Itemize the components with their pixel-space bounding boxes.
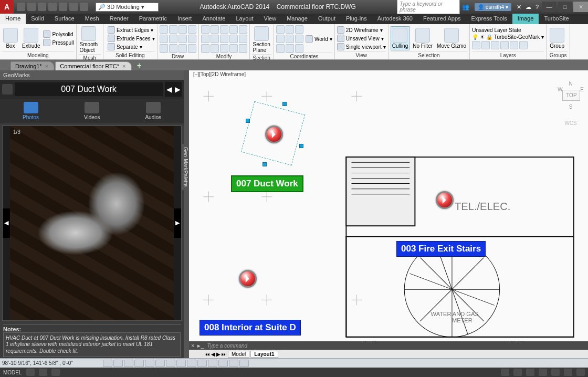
arc-icon[interactable] xyxy=(188,25,196,34)
grid-toggle[interactable] xyxy=(113,360,123,367)
fillet-icon[interactable] xyxy=(211,35,219,43)
no-filter-button[interactable]: No Filter xyxy=(412,27,434,50)
explode-icon[interactable] xyxy=(220,35,228,43)
line-icon[interactable] xyxy=(160,25,168,34)
world-ucs[interactable]: World ▾ xyxy=(306,35,332,43)
panel-label[interactable]: Modeling xyxy=(2,51,74,58)
tab-manage[interactable]: Manage xyxy=(281,14,313,24)
panel-label[interactable]: Section xyxy=(252,54,271,61)
command-line[interactable]: × ▸_ Type a command xyxy=(189,341,588,350)
tab-nav-start-icon[interactable]: ⏮ xyxy=(205,351,210,357)
tab-featured-apps[interactable]: Featured Apps xyxy=(418,14,466,24)
photo-image[interactable] xyxy=(10,126,174,320)
ellipse-icon[interactable] xyxy=(169,35,177,43)
visual-style-select[interactable]: 2D Wireframe ▾ xyxy=(337,26,386,34)
ucs-icon[interactable] xyxy=(286,25,294,34)
exchange-icon[interactable]: ✕ xyxy=(514,4,523,11)
panel-label[interactable]: Coordinates xyxy=(276,53,332,59)
saved-view-select[interactable]: Unsaved View ▾ xyxy=(337,35,386,42)
region-icon[interactable] xyxy=(178,44,187,53)
layer-icon[interactable] xyxy=(472,41,480,49)
tab-parametric[interactable]: Parametric xyxy=(134,14,172,24)
dyn-toggle[interactable] xyxy=(187,360,196,367)
qp-toggle[interactable] xyxy=(218,360,228,367)
trim-icon[interactable] xyxy=(220,25,228,34)
statusbar-icon[interactable] xyxy=(564,369,572,376)
rotate-icon[interactable] xyxy=(211,25,219,34)
qat-plot-icon[interactable] xyxy=(59,3,67,11)
tab-turbosite[interactable]: TurboSite xyxy=(539,14,574,24)
ucs-icon[interactable] xyxy=(286,44,294,53)
panel-label[interactable]: Modify xyxy=(201,53,247,59)
tab-annotate[interactable]: Annotate xyxy=(197,14,230,24)
tab-image[interactable]: Image xyxy=(512,14,539,24)
qat-open-icon[interactable] xyxy=(27,3,36,11)
extract-edges-button[interactable]: Extract Edges ▾ xyxy=(108,26,154,34)
presspull-button[interactable]: Presspull xyxy=(43,39,74,46)
qat-undo-icon[interactable] xyxy=(69,3,78,11)
statusbar-icon[interactable] xyxy=(513,369,522,376)
grip[interactable] xyxy=(246,119,250,123)
statusbar-icon[interactable] xyxy=(51,369,60,376)
qat-new-icon[interactable] xyxy=(17,3,25,11)
point-icon[interactable] xyxy=(188,35,196,43)
geomark-icon-008[interactable] xyxy=(239,270,257,288)
tab-audios[interactable]: Audios xyxy=(145,102,161,120)
mirror-icon[interactable] xyxy=(201,35,209,43)
snap-toggle[interactable] xyxy=(103,360,112,367)
layer-icon[interactable] xyxy=(519,41,528,49)
panel-label[interactable]: Solid Editing xyxy=(106,51,154,58)
panel-label[interactable]: Mesh xyxy=(79,54,101,61)
model-indicator[interactable]: MODEL xyxy=(3,370,22,375)
close-tab-icon[interactable]: × xyxy=(45,63,48,69)
statusbar-icon[interactable] xyxy=(501,369,509,376)
join-icon[interactable] xyxy=(239,44,247,53)
tab-output[interactable]: Output xyxy=(313,14,341,24)
tab-videos[interactable]: Videos xyxy=(84,102,100,120)
prev-photo-button[interactable]: ◀ xyxy=(3,208,10,238)
array-icon[interactable] xyxy=(201,44,209,53)
polar-toggle[interactable] xyxy=(134,360,144,367)
ucs-icon[interactable] xyxy=(276,35,285,43)
donut-icon[interactable] xyxy=(188,44,196,53)
tab-insert[interactable]: Insert xyxy=(172,14,197,24)
statusbar-icon[interactable] xyxy=(576,369,585,376)
tab-photos[interactable]: Photos xyxy=(23,102,39,120)
panel-label[interactable]: Selection xyxy=(391,51,468,58)
tpy-toggle[interactable] xyxy=(208,360,217,367)
panel-label[interactable]: Layers xyxy=(472,51,544,58)
move-icon[interactable] xyxy=(201,25,209,34)
ucs-icon[interactable] xyxy=(286,35,294,43)
model-space-tab[interactable]: Model xyxy=(228,351,249,358)
separate-button[interactable]: Separate ▾ xyxy=(108,43,154,50)
tab-nav-next-icon[interactable]: ▶ xyxy=(216,351,220,357)
am-toggle[interactable] xyxy=(239,360,249,367)
viewport-label[interactable]: [–][Top][2D Wireframe] xyxy=(193,71,246,77)
scale-icon[interactable] xyxy=(239,35,247,43)
lwt-toggle[interactable] xyxy=(197,360,207,367)
panel-label[interactable]: Groups xyxy=(549,51,568,58)
stretch-icon[interactable] xyxy=(229,35,238,43)
rect-icon[interactable] xyxy=(160,35,168,43)
ucs-icon[interactable] xyxy=(295,35,303,43)
layout1-tab[interactable]: Layout1 xyxy=(250,351,278,358)
tab-home[interactable]: Home xyxy=(0,14,26,24)
workspace-selector[interactable]: 🔎 3D Modeling ▾ xyxy=(96,3,159,12)
viewport-config-select[interactable]: Single viewport ▾ xyxy=(337,43,386,50)
ucs-icon[interactable] xyxy=(295,25,303,34)
box-button[interactable]: Box xyxy=(2,27,19,50)
osnap-toggle[interactable] xyxy=(145,360,154,367)
drawing-tab-active[interactable]: Commercial floor RTC*× xyxy=(55,61,131,70)
copy-icon[interactable] xyxy=(239,25,247,34)
tab-render[interactable]: Render xyxy=(104,14,134,24)
layer-icon[interactable] xyxy=(481,41,490,49)
helix-icon[interactable] xyxy=(169,44,177,53)
infocenter-icon[interactable]: 👥 xyxy=(460,4,471,11)
palette-title[interactable]: GeoMarks xyxy=(0,70,184,80)
circle-icon[interactable] xyxy=(178,25,187,34)
statusbar-icon[interactable] xyxy=(539,369,547,376)
erase-icon[interactable] xyxy=(229,25,238,34)
prev-geomark-button[interactable]: ◀ xyxy=(165,82,173,97)
statusbar-icon[interactable] xyxy=(39,369,47,376)
layer-icon[interactable] xyxy=(510,41,518,49)
